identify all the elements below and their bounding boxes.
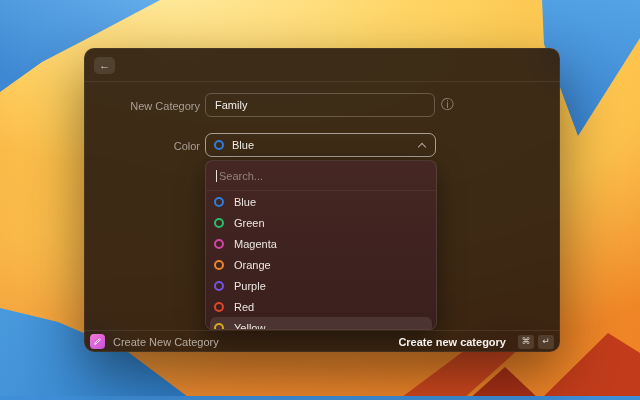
pencil-icon [93, 337, 102, 346]
create-category-window: ← New Category ⓘ Color Blue Search... Bl… [84, 48, 560, 352]
info-icon[interactable]: ⓘ [441, 98, 454, 112]
new-category-label: New Category [84, 100, 200, 112]
pencil-app-icon [90, 334, 105, 349]
color-option-green[interactable]: Green [210, 212, 432, 233]
color-option-label: Green [234, 217, 265, 229]
back-button[interactable]: ← [94, 57, 115, 74]
color-option-label: Purple [234, 280, 266, 292]
color-dropdown-panel: Search... BlueGreenMagentaOrangePurpleRe… [205, 160, 437, 330]
color-option-label: Yellow [234, 322, 265, 331]
create-category-button[interactable]: Create new category ⌘ ↵ [398, 335, 554, 349]
wallpaper-bottom-strip [0, 396, 640, 400]
color-option-label: Orange [234, 259, 271, 271]
color-ring-icon [214, 302, 224, 312]
color-option-label: Magenta [234, 238, 277, 250]
back-arrow-icon: ← [99, 60, 110, 71]
color-option-label: Red [234, 301, 254, 313]
color-option-orange[interactable]: Orange [210, 254, 432, 275]
color-option-purple[interactable]: Purple [210, 275, 432, 296]
color-ring-icon [214, 197, 224, 207]
selected-color-ring-icon [214, 140, 224, 150]
color-ring-icon [214, 239, 224, 249]
window-header: ← [84, 48, 560, 82]
search-input[interactable]: Search... [206, 161, 436, 191]
command-title: Create New Category [113, 336, 219, 348]
color-ring-icon [214, 323, 224, 331]
color-ring-icon [214, 218, 224, 228]
color-option-blue[interactable]: Blue [210, 191, 432, 212]
color-option-label: Blue [234, 196, 256, 208]
return-key-icon: ↵ [538, 335, 554, 349]
category-name-input[interactable] [205, 93, 435, 117]
color-option-red[interactable]: Red [210, 296, 432, 317]
create-category-button-label: Create new category [398, 336, 506, 348]
color-label: Color [84, 140, 200, 152]
text-caret [216, 170, 217, 182]
color-select[interactable]: Blue [205, 133, 436, 157]
color-ring-icon [214, 281, 224, 291]
search-placeholder: Search... [219, 170, 263, 182]
color-option-magenta[interactable]: Magenta [210, 233, 432, 254]
color-ring-icon [214, 260, 224, 270]
chevron-up-icon [418, 143, 426, 151]
window-footer: Create New Category Create new category … [84, 330, 560, 352]
screen: ← New Category ⓘ Color Blue Search... Bl… [0, 0, 640, 400]
selected-color-value: Blue [232, 139, 254, 151]
color-option-yellow[interactable]: Yellow [210, 317, 432, 330]
command-key-icon: ⌘ [518, 335, 534, 349]
color-option-list: BlueGreenMagentaOrangePurpleRedYellow [206, 191, 436, 330]
